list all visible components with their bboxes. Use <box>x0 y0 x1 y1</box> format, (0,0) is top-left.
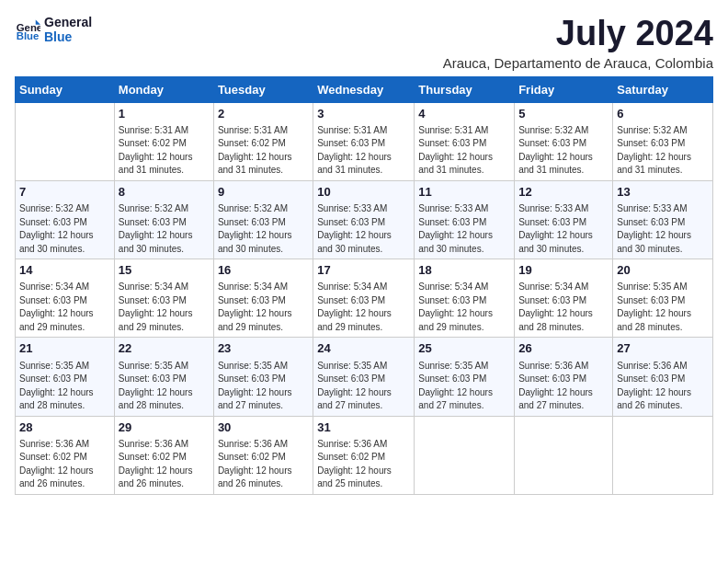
calendar-cell: 27Sunrise: 5:36 AM Sunset: 6:03 PM Dayli… <box>613 338 713 416</box>
day-number: 29 <box>119 419 210 436</box>
day-number: 8 <box>119 184 210 201</box>
calendar-cell: 25Sunrise: 5:35 AM Sunset: 6:03 PM Dayli… <box>415 338 515 416</box>
calendar-cell: 5Sunrise: 5:32 AM Sunset: 6:03 PM Daylig… <box>515 102 613 180</box>
day-info: Sunrise: 5:32 AM Sunset: 6:03 PM Dayligh… <box>218 202 309 256</box>
day-info: Sunrise: 5:35 AM Sunset: 6:03 PM Dayligh… <box>617 281 709 334</box>
col-header-monday: Monday <box>114 76 213 102</box>
calendar-cell: 13Sunrise: 5:33 AM Sunset: 6:03 PM Dayli… <box>613 180 713 259</box>
location-subtitle: Arauca, Departamento de Arauca, Colombia <box>443 55 713 71</box>
day-number: 17 <box>317 262 410 279</box>
day-number: 6 <box>617 106 709 122</box>
calendar-week-row: 1Sunrise: 5:31 AM Sunset: 6:02 PM Daylig… <box>16 102 713 180</box>
day-number: 3 <box>317 106 410 122</box>
calendar-cell: 24Sunrise: 5:35 AM Sunset: 6:03 PM Dayli… <box>313 338 415 416</box>
day-info: Sunrise: 5:32 AM Sunset: 6:03 PM Dayligh… <box>518 124 609 178</box>
day-info: Sunrise: 5:35 AM Sunset: 6:03 PM Dayligh… <box>119 360 210 413</box>
day-info: Sunrise: 5:34 AM Sunset: 6:03 PM Dayligh… <box>119 281 210 334</box>
calendar-cell: 1Sunrise: 5:31 AM Sunset: 6:02 PM Daylig… <box>114 102 213 180</box>
day-number: 14 <box>19 262 110 279</box>
col-header-thursday: Thursday <box>415 76 515 102</box>
calendar-cell: 31Sunrise: 5:36 AM Sunset: 6:02 PM Dayli… <box>313 416 415 494</box>
calendar-cell: 20Sunrise: 5:35 AM Sunset: 6:03 PM Dayli… <box>613 259 713 338</box>
day-number: 18 <box>418 262 510 279</box>
calendar-cell: 28Sunrise: 5:36 AM Sunset: 6:02 PM Dayli… <box>16 416 115 494</box>
day-number: 7 <box>19 184 110 201</box>
page-header: General Blue General Blue July 2024 Arau… <box>15 15 713 71</box>
col-header-saturday: Saturday <box>613 76 713 102</box>
day-number: 31 <box>317 419 410 436</box>
day-info: Sunrise: 5:35 AM Sunset: 6:03 PM Dayligh… <box>317 360 410 413</box>
day-info: Sunrise: 5:32 AM Sunset: 6:03 PM Dayligh… <box>19 202 110 256</box>
day-number: 19 <box>518 262 609 279</box>
day-number: 5 <box>518 106 609 122</box>
day-info: Sunrise: 5:34 AM Sunset: 6:03 PM Dayligh… <box>518 281 609 334</box>
day-info: Sunrise: 5:34 AM Sunset: 6:03 PM Dayligh… <box>418 281 510 334</box>
day-number: 13 <box>617 184 709 201</box>
calendar-cell: 22Sunrise: 5:35 AM Sunset: 6:03 PM Dayli… <box>114 338 213 416</box>
calendar-cell: 15Sunrise: 5:34 AM Sunset: 6:03 PM Dayli… <box>114 259 213 338</box>
day-number: 11 <box>418 184 510 201</box>
calendar-cell: 23Sunrise: 5:35 AM Sunset: 6:03 PM Dayli… <box>213 338 313 416</box>
day-info: Sunrise: 5:32 AM Sunset: 6:03 PM Dayligh… <box>617 124 709 178</box>
col-header-wednesday: Wednesday <box>313 76 415 102</box>
day-info: Sunrise: 5:35 AM Sunset: 6:03 PM Dayligh… <box>218 360 309 413</box>
day-info: Sunrise: 5:36 AM Sunset: 6:02 PM Dayligh… <box>317 438 410 491</box>
day-info: Sunrise: 5:33 AM Sunset: 6:03 PM Dayligh… <box>317 202 410 256</box>
calendar-week-row: 21Sunrise: 5:35 AM Sunset: 6:03 PM Dayli… <box>16 338 713 416</box>
calendar-cell: 30Sunrise: 5:36 AM Sunset: 6:02 PM Dayli… <box>213 416 313 494</box>
calendar-cell <box>515 416 613 494</box>
calendar-cell: 2Sunrise: 5:31 AM Sunset: 6:02 PM Daylig… <box>213 102 313 180</box>
day-number: 28 <box>19 419 110 436</box>
month-year-title: July 2024 <box>443 15 713 53</box>
day-info: Sunrise: 5:35 AM Sunset: 6:03 PM Dayligh… <box>418 360 510 413</box>
day-info: Sunrise: 5:32 AM Sunset: 6:03 PM Dayligh… <box>119 202 210 256</box>
day-number: 15 <box>119 262 210 279</box>
col-header-sunday: Sunday <box>16 76 115 102</box>
calendar-cell: 19Sunrise: 5:34 AM Sunset: 6:03 PM Dayli… <box>515 259 613 338</box>
day-info: Sunrise: 5:36 AM Sunset: 6:02 PM Dayligh… <box>19 438 110 491</box>
calendar-header-row: SundayMondayTuesdayWednesdayThursdayFrid… <box>16 76 713 102</box>
calendar-cell: 4Sunrise: 5:31 AM Sunset: 6:03 PM Daylig… <box>415 102 515 180</box>
svg-text:Blue: Blue <box>17 30 40 41</box>
day-number: 16 <box>218 262 309 279</box>
day-info: Sunrise: 5:34 AM Sunset: 6:03 PM Dayligh… <box>218 281 309 334</box>
calendar-table: SundayMondayTuesdayWednesdayThursdayFrid… <box>15 76 713 495</box>
day-number: 9 <box>218 184 309 201</box>
calendar-week-row: 28Sunrise: 5:36 AM Sunset: 6:02 PM Dayli… <box>16 416 713 494</box>
day-info: Sunrise: 5:35 AM Sunset: 6:03 PM Dayligh… <box>19 360 110 413</box>
calendar-cell: 3Sunrise: 5:31 AM Sunset: 6:03 PM Daylig… <box>313 102 415 180</box>
calendar-cell: 7Sunrise: 5:32 AM Sunset: 6:03 PM Daylig… <box>16 180 115 259</box>
day-info: Sunrise: 5:33 AM Sunset: 6:03 PM Dayligh… <box>418 202 510 256</box>
day-number: 22 <box>119 340 210 357</box>
day-number: 20 <box>617 262 709 279</box>
day-info: Sunrise: 5:34 AM Sunset: 6:03 PM Dayligh… <box>19 281 110 334</box>
calendar-week-row: 14Sunrise: 5:34 AM Sunset: 6:03 PM Dayli… <box>16 259 713 338</box>
day-number: 1 <box>119 106 210 122</box>
day-number: 4 <box>418 106 510 122</box>
day-info: Sunrise: 5:31 AM Sunset: 6:03 PM Dayligh… <box>418 124 510 178</box>
calendar-cell: 21Sunrise: 5:35 AM Sunset: 6:03 PM Dayli… <box>16 338 115 416</box>
logo-general: General <box>44 15 92 29</box>
day-number: 10 <box>317 184 410 201</box>
col-header-friday: Friday <box>515 76 613 102</box>
calendar-cell: 16Sunrise: 5:34 AM Sunset: 6:03 PM Dayli… <box>213 259 313 338</box>
day-number: 12 <box>518 184 609 201</box>
day-info: Sunrise: 5:36 AM Sunset: 6:03 PM Dayligh… <box>617 360 709 413</box>
day-number: 27 <box>617 340 709 357</box>
calendar-week-row: 7Sunrise: 5:32 AM Sunset: 6:03 PM Daylig… <box>16 180 713 259</box>
calendar-cell: 29Sunrise: 5:36 AM Sunset: 6:02 PM Dayli… <box>114 416 213 494</box>
calendar-cell <box>613 416 713 494</box>
col-header-tuesday: Tuesday <box>213 76 313 102</box>
day-info: Sunrise: 5:36 AM Sunset: 6:02 PM Dayligh… <box>119 438 210 491</box>
calendar-cell: 9Sunrise: 5:32 AM Sunset: 6:03 PM Daylig… <box>213 180 313 259</box>
calendar-cell: 11Sunrise: 5:33 AM Sunset: 6:03 PM Dayli… <box>415 180 515 259</box>
day-info: Sunrise: 5:36 AM Sunset: 6:03 PM Dayligh… <box>518 360 609 413</box>
logo-icon: General Blue <box>15 17 40 42</box>
day-info: Sunrise: 5:34 AM Sunset: 6:03 PM Dayligh… <box>317 281 410 334</box>
day-number: 30 <box>218 419 309 436</box>
title-section: July 2024 Arauca, Departamento de Arauca… <box>443 15 713 71</box>
day-number: 2 <box>218 106 309 122</box>
calendar-cell <box>16 102 115 180</box>
day-info: Sunrise: 5:33 AM Sunset: 6:03 PM Dayligh… <box>617 202 709 256</box>
calendar-cell: 12Sunrise: 5:33 AM Sunset: 6:03 PM Dayli… <box>515 180 613 259</box>
